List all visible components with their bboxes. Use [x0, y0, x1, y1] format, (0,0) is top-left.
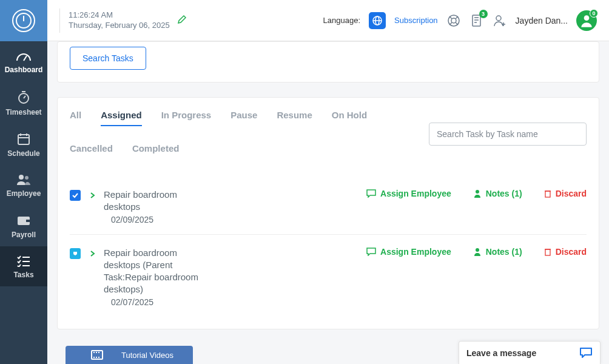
svg-point-35 [476, 248, 479, 252]
tab-assigned[interactable]: Assigned [101, 110, 142, 126]
language-label: Language: [323, 16, 360, 25]
svg-point-32 [476, 190, 479, 194]
discard-button[interactable]: Discard [544, 247, 587, 257]
action-label: Discard [556, 189, 587, 198]
app-logo[interactable] [0, 0, 47, 41]
search-tasks-card: Search Tasks [57, 41, 599, 83]
tasks-card: All Assigned In Progress Pause Resume On… [57, 97, 599, 329]
tab-pause[interactable]: Pause [230, 110, 257, 126]
svg-line-20 [449, 16, 452, 19]
svg-rect-24 [473, 15, 480, 26]
assign-employee-button[interactable]: Assign Employee [366, 247, 451, 257]
svg-point-31 [584, 15, 590, 21]
svg-line-21 [456, 16, 458, 19]
search-tasks-button[interactable]: Search Tasks [70, 47, 146, 70]
svg-point-8 [19, 175, 24, 180]
chat-widget[interactable]: Leave a message [459, 341, 601, 364]
notes-button[interactable]: Notes (1) [473, 189, 522, 198]
svg-line-22 [449, 22, 452, 25]
task-row: Repair boardroom desktops 02/09/2025 Ass… [70, 177, 587, 235]
trash-icon [544, 189, 551, 198]
chat-icon [366, 248, 376, 256]
stopwatch-icon [16, 90, 31, 104]
sidebar-item-tasks[interactable]: Tasks [0, 246, 47, 286]
expand-icon[interactable] [89, 249, 95, 259]
tabs: All Assigned In Progress Pause Resume On… [70, 110, 409, 158]
avatar[interactable]: 0 [576, 10, 597, 31]
chat-bubble-icon [579, 347, 593, 359]
trash-icon [544, 248, 551, 256]
documents-button[interactable]: 3 [469, 13, 484, 28]
add-user-button[interactable] [493, 13, 507, 28]
discard-button[interactable]: Discard [544, 189, 587, 198]
sidebar-item-employee[interactable]: Employee [0, 165, 47, 205]
user-plus-icon [493, 14, 506, 27]
assign-employee-button[interactable]: Assign Employee [366, 189, 451, 198]
user-icon [473, 189, 482, 198]
help-button[interactable] [446, 13, 461, 28]
task-date: 02/09/2025 [111, 215, 201, 224]
lifebuoy-icon [447, 14, 460, 27]
svg-rect-11 [26, 220, 30, 222]
language-button[interactable] [369, 12, 386, 29]
svg-rect-33 [545, 191, 550, 197]
divider [59, 8, 60, 33]
avatar-badge: 0 [590, 9, 598, 18]
task-search-input[interactable] [429, 123, 587, 146]
svg-line-0 [24, 56, 27, 61]
sidebar-item-dashboard[interactable]: Dashboard [0, 41, 47, 81]
tab-in-progress[interactable]: In Progress [161, 110, 212, 126]
sidebar-item-label: Timesheet [5, 108, 41, 116]
sidebar-item-timesheet[interactable]: Timesheet [0, 81, 47, 124]
action-label: Discard [556, 247, 587, 257]
action-label: Notes (1) [486, 247, 522, 257]
tutorial-videos-button[interactable]: Tutorial Videos [66, 346, 193, 364]
sidebar-item-label: Payroll [12, 231, 36, 239]
svg-rect-4 [18, 135, 29, 144]
action-label: Assign Employee [380, 247, 451, 257]
tab-completed[interactable]: Completed [132, 143, 180, 158]
time-text: 11:26:24 AM [69, 10, 170, 21]
datetime: 11:26:24 AM Thursday, February 06, 2025 [69, 10, 170, 31]
check-icon [72, 192, 79, 199]
sidebar-item-label: Employee [7, 189, 41, 198]
chat-label: Leave a message [466, 348, 574, 358]
date-text: Thursday, February 06, 2025 [69, 21, 170, 31]
notes-button[interactable]: Notes (1) [473, 247, 522, 257]
users-icon [16, 174, 32, 186]
user-icon [473, 248, 482, 256]
sidebar-item-payroll[interactable]: Payroll [0, 205, 47, 246]
recurring-icon [72, 250, 79, 257]
sidebar-item-label: Dashboard [5, 66, 43, 74]
wallet-icon [16, 214, 31, 227]
task-title: Repair boardroom desktops [104, 189, 201, 214]
svg-rect-36 [545, 249, 550, 255]
sidebar-item-schedule[interactable]: Schedule [0, 124, 47, 165]
gauge-icon [16, 50, 32, 62]
tab-all[interactable]: All [70, 110, 81, 126]
checklist-icon [16, 255, 31, 267]
user-menu[interactable]: Jayden Dan... [516, 16, 568, 25]
svg-line-23 [456, 22, 458, 25]
film-icon [91, 350, 103, 360]
task-date: 02/07/2025 [111, 297, 201, 307]
tab-on-hold[interactable]: On Hold [332, 110, 367, 126]
task-recurring-indicator[interactable] [70, 248, 81, 259]
action-label: Assign Employee [380, 189, 451, 198]
clock-icon [12, 9, 35, 32]
task-row: Repair boardroom desktops (Parent Task:R… [70, 235, 587, 317]
badge: 3 [479, 10, 488, 18]
sidebar-item-label: Tasks [13, 271, 33, 279]
svg-point-28 [496, 16, 501, 21]
chat-icon [366, 189, 376, 198]
tutorial-label: Tutorial Videos [121, 351, 173, 360]
task-checkbox[interactable] [70, 190, 81, 201]
tab-cancelled[interactable]: Cancelled [70, 143, 113, 158]
sidebar-item-label: Schedule [7, 149, 39, 158]
main-content: Search Tasks All Assigned In Progress Pa… [47, 41, 609, 364]
edit-icon[interactable] [177, 15, 187, 26]
svg-point-9 [25, 176, 29, 180]
expand-icon[interactable] [89, 191, 95, 201]
subscription-link[interactable]: Subscription [394, 16, 438, 25]
tab-resume[interactable]: Resume [277, 110, 312, 126]
